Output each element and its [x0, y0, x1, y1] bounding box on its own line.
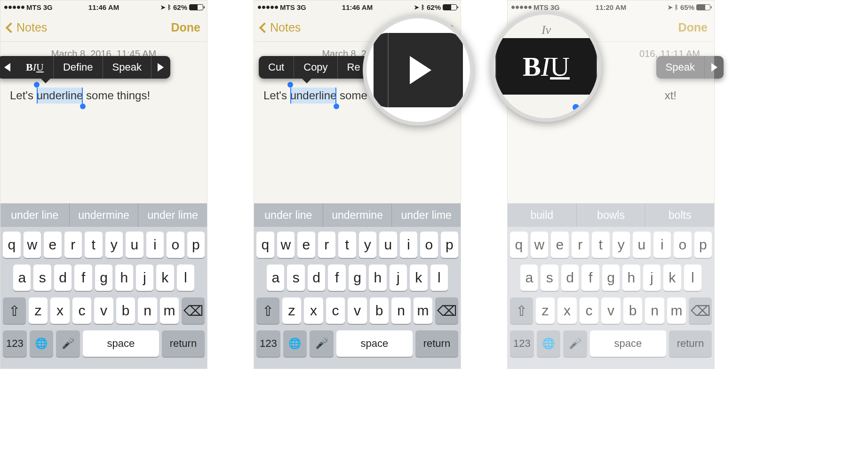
key-u[interactable]: u	[126, 232, 143, 258]
key-r[interactable]: r	[572, 232, 589, 258]
note-content[interactable]: March 8, 2016, 11:45 AM BIU Define Speak…	[0, 42, 207, 110]
suggestion-1[interactable]: build	[508, 203, 577, 227]
key-e[interactable]: e	[297, 232, 315, 258]
key-x[interactable]: x	[557, 297, 577, 324]
key-i[interactable]: i	[400, 232, 418, 258]
key-p[interactable]: p	[187, 232, 205, 258]
key-h[interactable]: h	[115, 265, 133, 291]
key-p[interactable]: p	[694, 232, 712, 258]
key-v[interactable]: v	[348, 297, 367, 324]
key-m[interactable]: m	[414, 297, 433, 324]
key-j[interactable]: j	[390, 265, 407, 291]
key-p[interactable]: p	[441, 232, 459, 258]
key-w[interactable]: w	[24, 232, 41, 258]
mic-key[interactable]: 🎤	[310, 330, 334, 357]
key-c[interactable]: c	[72, 297, 92, 324]
key-o[interactable]: o	[420, 232, 438, 258]
back-button[interactable]: Notes	[261, 21, 301, 34]
back-button[interactable]: Notes	[7, 21, 47, 34]
key-n[interactable]: n	[391, 297, 411, 324]
key-y[interactable]: y	[105, 232, 123, 258]
suggestion-3[interactable]: bolts	[645, 203, 714, 227]
mic-key[interactable]: 🎤	[563, 330, 587, 357]
key-j[interactable]: j	[643, 265, 661, 291]
globe-key[interactable]: 🌐	[30, 330, 54, 357]
key-r[interactable]: r	[318, 232, 336, 258]
key-h[interactable]: h	[622, 265, 640, 291]
key-q[interactable]: q	[3, 232, 21, 258]
suggestion-1[interactable]: under line	[254, 203, 323, 227]
key-s[interactable]: s	[541, 265, 558, 291]
return-key[interactable]: return	[415, 330, 458, 357]
return-key[interactable]: return	[669, 330, 712, 357]
note-text[interactable]: Let's underline some things!	[10, 88, 198, 104]
key-b[interactable]: b	[370, 297, 389, 324]
globe-key[interactable]: 🌐	[537, 330, 561, 357]
key-i[interactable]: i	[653, 232, 671, 258]
key-g[interactable]: g	[95, 265, 112, 291]
space-key[interactable]: space	[590, 330, 666, 357]
key-s[interactable]: s	[287, 265, 304, 291]
speak-button[interactable]: Speak	[103, 56, 151, 79]
backspace-key[interactable]: ⌫	[182, 297, 205, 324]
key-r[interactable]: r	[64, 232, 82, 258]
key-s[interactable]: s	[33, 265, 51, 291]
key-z[interactable]: z	[536, 297, 555, 324]
suggestion-3[interactable]: under lime	[138, 203, 207, 227]
key-u[interactable]: u	[633, 232, 651, 258]
key-q[interactable]: q	[510, 232, 528, 258]
backspace-key[interactable]: ⌫	[435, 297, 458, 324]
speak-button[interactable]: Speak	[656, 56, 705, 79]
key-g[interactable]: g	[602, 265, 620, 291]
key-v[interactable]: v	[94, 297, 113, 324]
text-selection[interactable]: underline	[290, 88, 337, 104]
key-o[interactable]: o	[674, 232, 692, 258]
key-a[interactable]: a	[520, 265, 538, 291]
key-m[interactable]: m	[160, 297, 179, 324]
key-k[interactable]: k	[410, 265, 427, 291]
key-j[interactable]: j	[136, 265, 153, 291]
key-v[interactable]: v	[601, 297, 621, 324]
biu-button-zoom[interactable]: BIU	[495, 38, 597, 95]
space-key[interactable]: space	[336, 330, 413, 357]
numbers-key[interactable]: 123	[510, 330, 534, 357]
key-y[interactable]: y	[359, 232, 377, 258]
key-n[interactable]: n	[645, 297, 664, 324]
key-w[interactable]: w	[277, 232, 295, 258]
return-key[interactable]: return	[162, 330, 205, 357]
key-f[interactable]: f	[581, 265, 599, 291]
key-b[interactable]: b	[623, 297, 643, 324]
shift-key[interactable]: ⇧	[256, 297, 279, 324]
suggestion-1[interactable]: under line	[0, 203, 70, 227]
shift-key[interactable]: ⇧	[3, 297, 26, 324]
key-z[interactable]: z	[282, 297, 302, 324]
numbers-key[interactable]: 123	[256, 330, 280, 357]
key-e[interactable]: e	[551, 232, 569, 258]
space-key[interactable]: space	[83, 330, 159, 357]
key-i[interactable]: i	[146, 232, 164, 258]
key-t[interactable]: t	[592, 232, 610, 258]
key-a[interactable]: a	[267, 265, 284, 291]
text-selection[interactable]: underline	[37, 88, 83, 104]
copy-button[interactable]: Copy	[294, 56, 337, 79]
key-n[interactable]: n	[138, 297, 157, 324]
key-t[interactable]: t	[338, 232, 356, 258]
key-m[interactable]: m	[667, 297, 686, 324]
done-button[interactable]: Done	[678, 21, 708, 34]
done-button[interactable]: Done	[171, 21, 201, 34]
key-g[interactable]: g	[349, 265, 366, 291]
key-b[interactable]: b	[116, 297, 135, 324]
key-z[interactable]: z	[29, 297, 48, 324]
key-d[interactable]: d	[54, 265, 72, 291]
biu-button[interactable]: BIU	[16, 56, 54, 79]
context-menu-next[interactable]	[705, 56, 724, 79]
shift-key[interactable]: ⇧	[510, 297, 533, 324]
suggestion-2[interactable]: bowls	[577, 203, 646, 227]
suggestion-2[interactable]: undermine	[70, 203, 139, 227]
mic-key[interactable]: 🎤	[56, 330, 80, 357]
define-button[interactable]: Define	[54, 56, 103, 79]
context-menu-next-zoom[interactable]	[374, 33, 463, 107]
key-l[interactable]: l	[177, 265, 194, 291]
key-o[interactable]: o	[167, 232, 184, 258]
suggestion-2[interactable]: undermine	[323, 203, 392, 227]
